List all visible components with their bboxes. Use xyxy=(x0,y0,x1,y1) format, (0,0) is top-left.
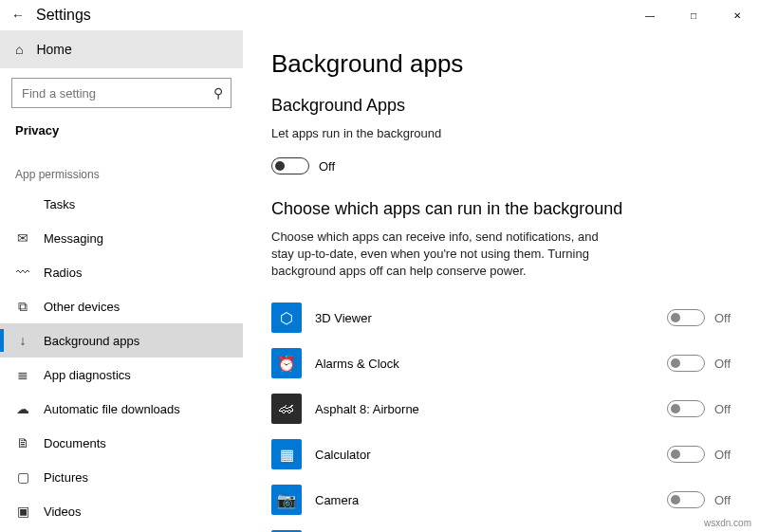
app-row: 📷CameraOff xyxy=(271,477,731,523)
global-toggle[interactable] xyxy=(271,157,309,174)
minimize-button[interactable]: ― xyxy=(628,0,672,30)
app-row: 🏎Asphalt 8: AirborneOff xyxy=(271,386,731,431)
sidebar-item-messaging[interactable]: ✉Messaging xyxy=(0,221,243,255)
app-toggle[interactable] xyxy=(667,309,705,326)
content-pane: Background apps Background Apps Let apps… xyxy=(243,30,759,532)
sidebar-item-automatic-file-downloads[interactable]: ☁Automatic file downloads xyxy=(0,392,243,426)
app-toggle-state: Off xyxy=(714,311,731,325)
sidebar-item-label: Radios xyxy=(44,266,82,280)
watermark: wsxdn.com xyxy=(704,518,751,528)
sidebar: ⌂ Home ⚲ Privacy App permissions Tasks✉M… xyxy=(0,30,243,532)
sidebar-item-documents[interactable]: 🗎Documents xyxy=(0,426,243,460)
sidebar-item-label: Messaging xyxy=(44,231,103,246)
search-box[interactable]: ⚲ xyxy=(11,78,231,108)
nav-icon: 🗎 xyxy=(15,435,30,450)
app-name: Alarms & Clock xyxy=(315,357,667,371)
app-toggle[interactable] xyxy=(667,491,705,508)
app-row: ◯CortanaOff xyxy=(271,523,731,532)
app-toggle-state: Off xyxy=(714,402,731,416)
close-button[interactable]: ✕ xyxy=(715,0,759,30)
window-title: Settings xyxy=(36,7,91,24)
sidebar-item-pictures[interactable]: ▢Pictures xyxy=(0,460,243,494)
sidebar-item-label: App diagnostics xyxy=(44,368,131,382)
app-icon: ⬡ xyxy=(271,303,302,333)
app-name: Asphalt 8: Airborne xyxy=(315,402,667,416)
app-icon: 📷 xyxy=(271,485,302,515)
sidebar-section-header: App permissions xyxy=(0,151,243,187)
search-input[interactable] xyxy=(20,85,191,101)
sidebar-item-label: Tasks xyxy=(44,197,75,211)
sidebar-item-background-apps[interactable]: ↓Background apps xyxy=(0,323,243,358)
app-toggle[interactable] xyxy=(667,355,705,372)
app-row: ⬡3D ViewerOff xyxy=(271,295,731,340)
nav-icon: ▢ xyxy=(15,469,30,485)
app-name: Calculator xyxy=(315,448,667,462)
app-name: 3D Viewer xyxy=(315,311,667,325)
sidebar-item-label: Automatic file downloads xyxy=(44,402,180,416)
global-toggle-label: Let apps run in the background xyxy=(271,125,622,142)
app-toggle-state: Off xyxy=(714,493,731,507)
sidebar-item-label: Documents xyxy=(44,436,106,450)
nav-icon: ⧉ xyxy=(15,299,30,315)
sidebar-item-label: Videos xyxy=(44,504,82,519)
app-toggle[interactable] xyxy=(667,446,705,463)
app-row: ▦CalculatorOff xyxy=(271,431,731,477)
nav-icon: ▣ xyxy=(15,504,30,519)
app-icon: ⏰ xyxy=(271,348,302,378)
nav-icon: ↓ xyxy=(15,333,30,348)
global-toggle-state: Off xyxy=(319,159,335,174)
titlebar: ← Settings ― □ ✕ xyxy=(0,0,759,30)
app-icon: ▦ xyxy=(271,439,302,469)
back-arrow-icon[interactable]: ← xyxy=(11,8,25,23)
app-icon: 🏎 xyxy=(271,394,302,424)
nav-icon: ≣ xyxy=(15,367,30,382)
app-toggle-state: Off xyxy=(714,357,731,371)
nav-icon: 〰 xyxy=(15,265,30,280)
sidebar-home[interactable]: ⌂ Home xyxy=(0,30,243,68)
app-name: Camera xyxy=(315,493,667,507)
sidebar-category: Privacy xyxy=(0,119,243,151)
page-title: Background apps xyxy=(271,49,731,79)
app-toggle[interactable] xyxy=(667,400,705,417)
nav-icon: ☁ xyxy=(15,401,30,416)
sidebar-item-radios[interactable]: 〰Radios xyxy=(0,255,243,289)
sidebar-item-other-devices[interactable]: ⧉Other devices xyxy=(0,289,243,323)
home-label: Home xyxy=(36,42,71,57)
sidebar-item-label: Background apps xyxy=(44,334,139,348)
section2-desc: Choose which apps can receive info, send… xyxy=(271,229,622,280)
home-icon: ⌂ xyxy=(15,42,23,57)
app-row: ⏰Alarms & ClockOff xyxy=(271,340,731,386)
search-icon: ⚲ xyxy=(213,85,223,101)
sidebar-item-app-diagnostics[interactable]: ≣App diagnostics xyxy=(0,358,243,392)
sidebar-item-tasks[interactable]: Tasks xyxy=(0,187,243,221)
maximize-button[interactable]: □ xyxy=(672,0,715,30)
sidebar-item-label: Pictures xyxy=(44,470,88,485)
nav-icon: ✉ xyxy=(15,230,30,246)
section2-title: Choose which apps can run in the backgro… xyxy=(271,199,731,219)
sidebar-item-label: Other devices xyxy=(44,300,120,314)
section1-title: Background Apps xyxy=(271,96,731,116)
sidebar-item-videos[interactable]: ▣Videos xyxy=(0,494,243,528)
app-toggle-state: Off xyxy=(714,448,731,462)
